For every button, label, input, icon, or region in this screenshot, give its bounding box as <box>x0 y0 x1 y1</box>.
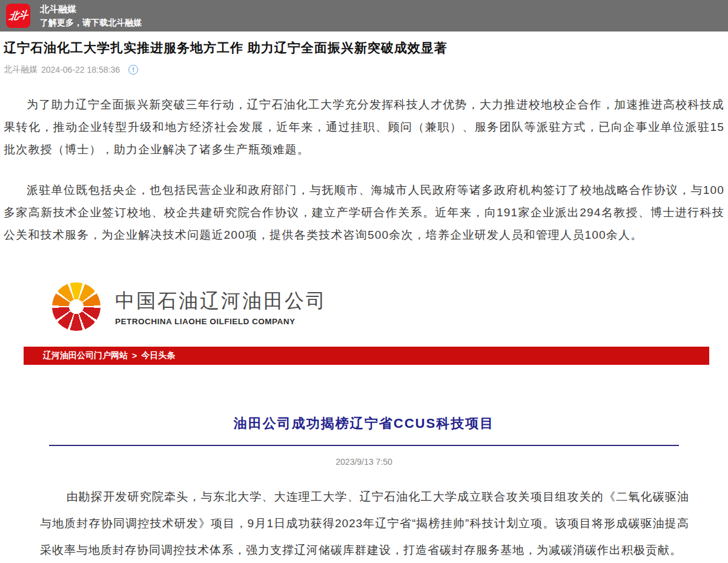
embedded-news-date: 2023/9/13 7:50 <box>4 457 724 467</box>
app-banner-text[interactable]: 北斗融媒 了解更多，请下载北斗融媒 <box>40 3 142 28</box>
embedded-news-image: 中国石油辽河油田公司 PETROCHINA LIAOHE OILFIELD CO… <box>4 282 724 563</box>
company-names: 中国石油辽河油田公司 PETROCHINA LIAOHE OILFIELD CO… <box>115 288 327 326</box>
app-name: 北斗融媒 <box>40 3 142 15</box>
embedded-news-title: 油田公司成功揭榜辽宁省CCUS科技项目 <box>4 415 724 433</box>
app-banner: 北斗 北斗融媒 了解更多，请下载北斗融媒 <box>0 0 728 32</box>
company-name-en: PETROCHINA LIAOHE OILFIELD COMPANY <box>115 317 327 326</box>
company-name-cn: 中国石油辽河油田公司 <box>115 288 327 315</box>
beidou-logo-text: 北斗 <box>8 8 28 23</box>
app-download-tagline: 了解更多，请下载北斗融媒 <box>40 17 142 28</box>
beidou-app-logo[interactable]: 北斗 <box>6 4 30 28</box>
article-paragraph: 派驻单位既包括央企，也包括民营企业和政府部门，与抚顺市、海城市人民政府等诸多政府… <box>4 179 724 246</box>
breadcrumb-section-link[interactable]: 今日头条 <box>141 350 175 361</box>
article-paragraph: 为了助力辽宁全面振兴新突破三年行动，辽宁石油化工大学充分发挥科技人才优势，大力推… <box>4 93 724 161</box>
article-timestamp: 2024-06-22 18:58:36 <box>41 65 120 75</box>
petrochina-logo-icon <box>52 282 101 331</box>
article-title: 辽宁石油化工大学扎实推进服务地方工作 助力辽宁全面振兴新突破成效显著 <box>4 39 724 56</box>
title-divider <box>49 445 679 446</box>
article-byline: 北斗融媒 2024-06-22 18:58:36 ! <box>4 64 724 75</box>
info-icon[interactable]: ! <box>128 65 138 75</box>
article-page: 北斗 北斗融媒 了解更多，请下载北斗融媒 辽宁石油化工大学扎实推进服务地方工作 … <box>0 0 728 563</box>
article-body: 辽宁石油化工大学扎实推进服务地方工作 助力辽宁全面振兴新突破成效显著 北斗融媒 … <box>0 32 728 563</box>
embedded-news-paragraph: 由勘探开发研究院牵头，与东北大学、大连理工大学、辽宁石油化工大学成立联合攻关项目… <box>40 484 689 563</box>
breadcrumb-separator: > <box>132 351 137 361</box>
company-header: 中国石油辽河油田公司 PETROCHINA LIAOHE OILFIELD CO… <box>52 282 724 331</box>
article-source: 北斗融媒 <box>4 64 38 75</box>
breadcrumb: 辽河油田公司门户网站 > 今日头条 <box>24 347 709 365</box>
breadcrumb-site-link[interactable]: 辽河油田公司门户网站 <box>43 350 128 361</box>
